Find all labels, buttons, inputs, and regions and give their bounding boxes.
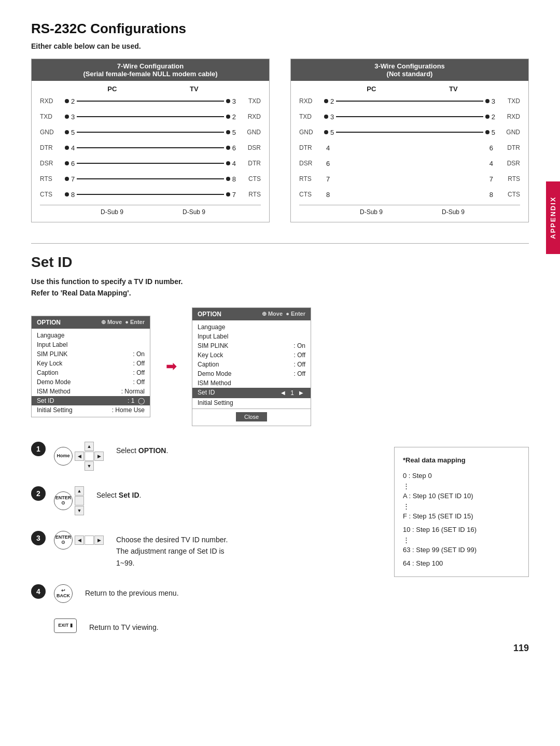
nav-right-1[interactable]: ▶	[94, 452, 104, 461]
table-row: DTR 4 6 DTR	[299, 142, 520, 154]
wire7-col-pc: PC	[107, 85, 117, 93]
table-row: RXD 2 3 TXD	[40, 95, 261, 107]
nav-up-2[interactable]: ▲	[75, 486, 84, 496]
wire3-header: 3-Wire Configurations (Not standard)	[291, 59, 528, 81]
wire3-cols: PC TV	[299, 85, 520, 93]
wire-config-7: 7-Wire Configuration (Serial female-fema…	[31, 59, 270, 222]
option-menu-2-body: Language Input Label SIM PLINK: On Key L…	[192, 320, 311, 426]
close-button[interactable]: Close	[236, 412, 267, 421]
back-button[interactable]: ↩BACK	[54, 584, 73, 603]
table-row: GND 5 5 GND	[40, 126, 261, 138]
nav-cluster-2: ▲ ▼	[75, 486, 84, 515]
option-menu-2: OPTION ⊕ Move ● Enter Language Input Lab…	[192, 307, 311, 426]
set-id-section: Set ID Use this function to specify a TV…	[31, 254, 529, 633]
step-4-text: Return to the previous menu.	[85, 584, 179, 599]
step-2: 2 ENTER⊙ ▲ ▼ Select Set ID.	[31, 486, 373, 515]
option-menu-1: OPTION ⊕ Move ● Enter Language Input Lab…	[31, 316, 150, 417]
wire3-table: PC TV RXD 2 3 TXD TXD 3	[291, 81, 528, 222]
dot	[226, 99, 230, 103]
dot	[226, 161, 230, 165]
nav-left-3[interactable]: ◀	[75, 536, 84, 545]
nav-up-1[interactable]: ▲	[85, 442, 94, 451]
real-data-box: *Real data mapping 0 : Step 0 ⋮ A : Step…	[394, 447, 529, 577]
table-row: DTR 4 6 DSR	[40, 142, 261, 154]
enter-button-3[interactable]: ENTER⊙	[54, 531, 73, 550]
step-number-2: 2	[31, 486, 46, 501]
step-1-remote: Home ▲ ◀ ▶ ▼	[54, 442, 104, 471]
option-menu-1-header: OPTION ⊕ Move ● Enter	[32, 316, 150, 329]
appendix-bar: APPENDIX	[546, 181, 560, 254]
step-4: 4 ↩BACK Return to the previous menu.	[31, 584, 373, 603]
exit-button[interactable]: EXIT ▮	[54, 618, 77, 633]
option-menu-1-title: OPTION	[37, 319, 61, 326]
option-menu-2-nav: ⊕ Move ● Enter	[262, 311, 305, 318]
nav-left-1[interactable]: ◀	[75, 452, 84, 461]
list-item: Caption: Off	[192, 360, 311, 369]
list-item: Language	[32, 331, 150, 340]
table-row: GND 5 5 GND	[299, 126, 520, 138]
dot	[324, 115, 328, 119]
step-4-remote: ↩BACK	[54, 584, 73, 603]
list-item-setid2: Set ID ◀ 1 ▶	[192, 388, 311, 398]
arrow-right: ➡	[166, 359, 176, 374]
list-item: Language	[192, 322, 311, 332]
list-item: ISM Method: Normal	[32, 387, 150, 396]
list-item: 0 : Step 0	[403, 469, 520, 483]
list-item: 10 : Step 16 (SET ID 16)	[403, 523, 520, 537]
set-id-prev-btn[interactable]: ◀	[279, 389, 287, 397]
dot	[485, 115, 489, 119]
option-menus: OPTION ⊕ Move ● Enter Language Input Lab…	[31, 307, 529, 426]
list-item: F : Step 15 (SET ID 15)	[403, 510, 520, 523]
set-id-desc-line1: Use this function to specify a TV ID num…	[31, 277, 183, 286]
list-item: 64 : Step 100	[403, 557, 520, 570]
dot	[485, 130, 489, 134]
real-data-title: *Real data mapping	[403, 454, 520, 467]
step-number-4: 4	[31, 584, 46, 599]
table-row: CTS 8 7 RTS	[40, 188, 261, 201]
list-item: Input Label	[192, 332, 311, 341]
dot	[324, 99, 328, 103]
page-number: 119	[513, 643, 529, 654]
step-3: 3 ENTER⊙ ◀ ▶ Choose the desired TV ID	[31, 531, 373, 569]
step-2-remote: ENTER⊙ ▲ ▼	[54, 486, 84, 515]
wire3-dsub-right: D-Sub 9	[442, 208, 465, 216]
wire7-header: 7-Wire Configuration (Serial female-fema…	[32, 59, 269, 81]
dot	[226, 177, 230, 181]
dot	[65, 130, 69, 134]
list-item: ⋮	[403, 503, 520, 510]
step-number-3: 3	[31, 531, 46, 545]
nav-cluster-3: ◀ ▶	[75, 536, 104, 545]
wire7-dsub: D-Sub 9 D-Sub 9	[40, 205, 261, 216]
set-id-title: Set ID	[31, 254, 529, 271]
dot	[65, 161, 69, 165]
table-row: DSR 6 4 DSR	[299, 157, 520, 170]
list-item-setid: Set ID : 1 ◯	[32, 396, 150, 405]
step-exit: EXIT ▮ Return to TV viewing.	[31, 618, 373, 633]
nav-center-3	[85, 536, 94, 545]
home-button[interactable]: Home	[54, 447, 73, 466]
wire3-dsub-left: D-Sub 9	[360, 208, 383, 216]
nav-right-3[interactable]: ▶	[94, 536, 104, 545]
set-id-next-btn[interactable]: ▶	[297, 389, 305, 397]
list-item: Demo Mode: Off	[192, 369, 311, 378]
nav-down-2[interactable]: ▼	[75, 506, 84, 515]
option-menu-1-body: Language Input Label SIM PLINK: On Key L…	[32, 329, 150, 417]
list-item: SIM PLINK: On	[32, 349, 150, 359]
list-item: 63 : Step 99 (SET ID 99)	[403, 543, 520, 557]
subtitle: Either cable below can be used.	[31, 42, 529, 50]
enter-button-2[interactable]: ENTER⊙	[54, 491, 73, 510]
list-item: ⋮	[403, 537, 520, 543]
wire-configs: 7-Wire Configuration (Serial female-fema…	[31, 59, 529, 222]
step-1-text: Select OPTION.	[116, 442, 168, 456]
dot	[226, 130, 230, 134]
wire7-col-tv: TV	[190, 85, 199, 93]
table-row: RXD 2 3 TXD	[299, 95, 520, 107]
option-menu-2-title: OPTION	[198, 311, 221, 318]
list-item: A : Step 10 (SET ID 10)	[403, 489, 520, 503]
dot	[485, 99, 489, 103]
set-id-desc: Use this function to specify a TV ID num…	[31, 276, 529, 299]
list-item: SIM PLINK: On	[192, 341, 311, 350]
step-1: 1 Home ▲ ◀ ▶ ▼	[31, 442, 373, 471]
nav-down-1[interactable]: ▼	[85, 461, 94, 471]
exit-remote: EXIT ▮	[54, 618, 77, 633]
